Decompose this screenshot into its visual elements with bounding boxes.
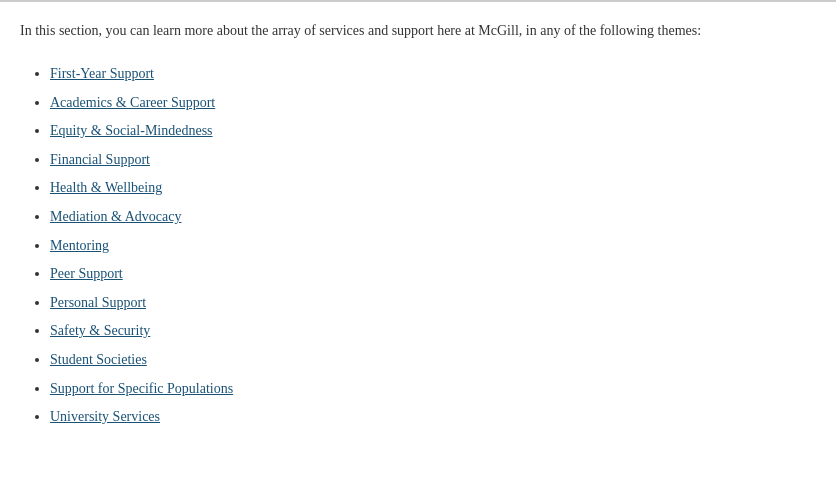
theme-link-academics-career-support[interactable]: Academics & Career Support	[50, 95, 215, 110]
theme-link-student-societies[interactable]: Student Societies	[50, 352, 147, 367]
theme-link-first-year-support[interactable]: First-Year Support	[50, 66, 154, 81]
theme-link-support-specific-populations[interactable]: Support for Specific Populations	[50, 381, 233, 396]
theme-link-personal-support[interactable]: Personal Support	[50, 295, 146, 310]
list-item: Equity & Social-Mindedness	[50, 118, 816, 145]
list-item: Mediation & Advocacy	[50, 204, 816, 231]
themes-list: First-Year SupportAcademics & Career Sup…	[20, 61, 816, 431]
list-item: Personal Support	[50, 290, 816, 317]
list-item: Safety & Security	[50, 318, 816, 345]
list-item: Mentoring	[50, 233, 816, 260]
list-item: Health & Wellbeing	[50, 175, 816, 202]
list-item: Financial Support	[50, 147, 816, 174]
list-item: First-Year Support	[50, 61, 816, 88]
list-item: Peer Support	[50, 261, 816, 288]
list-item: Student Societies	[50, 347, 816, 374]
theme-link-equity-social-mindedness[interactable]: Equity & Social-Mindedness	[50, 123, 213, 138]
theme-link-financial-support[interactable]: Financial Support	[50, 152, 150, 167]
theme-link-mediation-advocacy[interactable]: Mediation & Advocacy	[50, 209, 181, 224]
content-area: In this section, you can learn more abou…	[0, 2, 836, 453]
list-item: University Services	[50, 404, 816, 431]
theme-link-mentoring[interactable]: Mentoring	[50, 238, 109, 253]
theme-link-safety-security[interactable]: Safety & Security	[50, 323, 150, 338]
list-item: Support for Specific Populations	[50, 376, 816, 403]
theme-link-university-services[interactable]: University Services	[50, 409, 160, 424]
theme-link-health-wellbeing[interactable]: Health & Wellbeing	[50, 180, 162, 195]
theme-link-peer-support[interactable]: Peer Support	[50, 266, 123, 281]
intro-paragraph: In this section, you can learn more abou…	[20, 20, 816, 41]
list-item: Academics & Career Support	[50, 90, 816, 117]
